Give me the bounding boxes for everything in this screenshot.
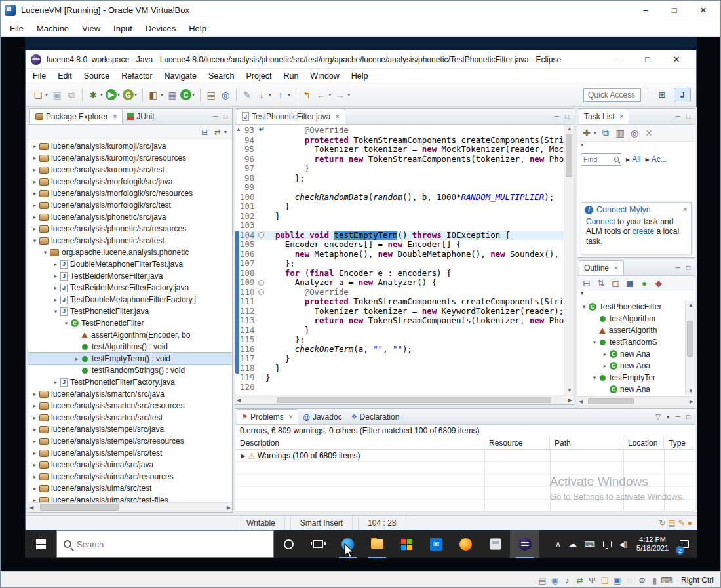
tree-item[interactable]: ▾testRandomS <box>577 336 685 348</box>
back-icon[interactable]: ← <box>315 88 328 102</box>
expand-arrow-icon[interactable]: ▸ <box>31 473 39 480</box>
tree-item[interactable]: ▸lucene/analysis/stempel/src/resources <box>28 435 232 447</box>
dropdown-caret-icon[interactable]: ▾ <box>594 130 596 136</box>
tree-item[interactable]: ▾CTestPhoneticFilter <box>28 317 232 329</box>
forward-icon[interactable]: → <box>334 88 347 102</box>
collapse-all-icon[interactable]: ⊟ <box>199 127 210 138</box>
create-link[interactable]: create <box>633 227 654 236</box>
code-line[interactable]: 98 }; <box>240 174 564 184</box>
taskbar-eclipse-button[interactable] <box>510 530 539 558</box>
taskbar-store-button[interactable] <box>392 530 421 558</box>
expand-arrow-icon[interactable]: ▸ <box>31 426 39 433</box>
network-icon[interactable] <box>603 541 612 547</box>
optical-disc-icon[interactable]: ◉ <box>549 575 560 586</box>
code-line[interactable]: 111 protected TokenStreamComponents crea… <box>240 297 564 307</box>
find-box[interactable] <box>581 153 621 166</box>
tree-item[interactable]: ▸lucene/analysis/smartcn/src/resources <box>28 400 232 412</box>
expand-arrow-icon[interactable]: ▾ <box>591 374 598 381</box>
vbox-maximize-button[interactable]: □ <box>660 1 689 20</box>
tab-outline[interactable]: Outline ✕ <box>579 260 624 275</box>
maximize-view-icon[interactable]: □ <box>686 113 690 120</box>
minimize-view-icon[interactable]: ─ <box>213 113 218 120</box>
run-external-icon[interactable]: G <box>123 89 134 100</box>
expand-arrow-icon[interactable]: ▾ <box>591 339 598 345</box>
eclipse-menu-run[interactable]: Run <box>277 70 304 82</box>
tree-item[interactable]: ▸lucene/analysis/morfologik/src/test <box>28 199 232 211</box>
shared-folders-icon[interactable]: ❏ <box>599 575 610 586</box>
tree-item[interactable]: ▾lucene/analysis/phonetic/src/test <box>28 235 232 246</box>
tree-item[interactable]: ▸lucene/analysis/phonetic/src/java <box>28 211 232 223</box>
prev-annotation-icon[interactable]: ↑ <box>274 88 287 102</box>
toolbar-overflow-caret-icon[interactable]: ▾ <box>581 290 583 299</box>
dropdown-caret-icon[interactable]: ▾ <box>269 92 271 98</box>
tree-item[interactable]: assertAlgorith <box>577 324 685 336</box>
connect-link[interactable]: Connect <box>586 217 615 226</box>
expand-arrow-icon[interactable]: ▸ <box>31 402 39 409</box>
expand-arrow-icon[interactable]: ▾ <box>62 320 70 326</box>
tree-item[interactable]: ▸lucene/analysis/uima/src/java <box>28 459 232 471</box>
code-line[interactable]: 93 @Override <box>240 126 564 136</box>
open-perspective-icon[interactable]: ⊞ <box>653 88 671 102</box>
expand-arrow-icon[interactable]: ▸ <box>31 485 39 492</box>
scrollbar-thumb[interactable] <box>40 504 119 511</box>
scroll-down-icon[interactable]: ▼ <box>567 387 572 393</box>
tree-item[interactable]: ▸lucene/analysis/smartcn/src/java <box>28 388 232 400</box>
code-line[interactable]: 119} <box>240 373 564 383</box>
code-line[interactable]: 115 }; <box>240 335 564 345</box>
tree-item[interactable]: ▸Cnew Ana <box>577 348 685 360</box>
expand-arrow-icon[interactable]: ▸ <box>52 296 60 303</box>
maximize-view-icon[interactable]: □ <box>224 113 227 120</box>
close-icon[interactable]: ✕ <box>682 206 688 213</box>
vertical-scrollbar[interactable]: ▲ ▼ <box>685 301 695 395</box>
tree-item[interactable]: ▸lucene/analysis/kuromoji/src/test <box>28 164 232 176</box>
search-icon[interactable]: ◎ <box>219 88 232 102</box>
tree-item[interactable]: ▸JTestDoubleMetaphoneFilterFactory.j <box>28 294 232 305</box>
task-context-icon[interactable]: ▤ <box>668 519 675 528</box>
minimize-view-icon[interactable]: ─ <box>676 113 680 120</box>
scrollbar-thumb[interactable] <box>566 134 572 177</box>
scroll-left-icon[interactable]: ◀ <box>29 505 33 511</box>
debug-icon[interactable]: ✱ <box>87 88 100 102</box>
expand-arrow-icon[interactable]: ▸ <box>31 461 39 468</box>
new-java-project-icon[interactable]: ◧ <box>147 88 160 102</box>
hide-fields-icon[interactable]: ◻ <box>609 277 622 290</box>
column-header-location[interactable]: Location <box>623 437 664 449</box>
tree-item[interactable]: ▸lucene/analysis/kuromoji/src/java <box>28 140 232 152</box>
code-line[interactable]: 113 return new TokenStreamComponents(tok… <box>240 316 564 326</box>
tree-item[interactable]: ▾CTestPhoneticFilter <box>577 301 685 313</box>
volume-icon[interactable]: ◀)) <box>619 541 627 548</box>
expand-arrow-icon[interactable]: ▸ <box>601 363 609 369</box>
view-menu-icon[interactable]: ▾ <box>667 413 670 420</box>
eclipse-menu-help[interactable]: Help <box>345 70 374 82</box>
scroll-up-icon[interactable]: ▲ <box>688 302 693 308</box>
tab-editor-testphoneticfilter[interactable]: J TestPhoneticFilter.java ✕ <box>237 109 345 124</box>
filter-icon[interactable]: ▽ <box>655 413 661 420</box>
tree-item[interactable]: ▾org.apache.lucene.analysis.phonetic <box>28 246 232 258</box>
tree-item[interactable]: Cnew Ana <box>577 383 685 395</box>
tree-item[interactable]: testAlgorithm <box>577 313 685 324</box>
code-line[interactable]: 100 checkRandomData(random(), b, 1000*RA… <box>240 193 564 203</box>
onedrive-icon[interactable]: ☁ <box>569 539 577 549</box>
fold-collapse-icon[interactable] <box>257 288 265 298</box>
tree-item[interactable]: ▸lucene/analysis/uima/src/test-files <box>28 494 232 502</box>
close-tab-icon[interactable]: ✕ <box>113 113 118 120</box>
recording-icon[interactable]: ◌ <box>624 575 635 586</box>
mark-occurrences-icon[interactable]: ✎ <box>241 88 254 102</box>
dropdown-caret-icon[interactable]: ▾ <box>134 92 137 98</box>
last-edit-location-icon[interactable]: ↰ <box>300 88 313 102</box>
categorize-icon[interactable]: ⧉ <box>599 127 612 140</box>
tree-item[interactable]: ▸lucene/analysis/uima/src/test <box>28 482 232 494</box>
tab-declaration[interactable]: ❖ Declaration <box>347 409 404 424</box>
tab-problems[interactable]: ⚑ Problems ✕ <box>237 409 298 424</box>
vbox-close-button[interactable]: ✕ <box>689 1 718 20</box>
column-header-type[interactable]: Type <box>664 437 721 449</box>
vbox-menu-machine[interactable]: Machine <box>30 22 75 35</box>
mylyn-monitor-icon[interactable]: ● <box>688 519 692 528</box>
expand-arrow-icon[interactable]: ▸ <box>73 355 81 362</box>
find-input[interactable] <box>583 155 614 163</box>
tree-item[interactable]: ▸lucene/analysis/phonetic/src/resources <box>28 223 232 235</box>
dropdown-caret-icon[interactable]: ▾ <box>161 92 163 98</box>
taskbar-search-box[interactable] <box>56 530 274 558</box>
tree-item[interactable]: assertAlgorithm(Encoder, bo <box>28 329 232 341</box>
scroll-left-icon[interactable]: ◀ <box>579 399 583 404</box>
